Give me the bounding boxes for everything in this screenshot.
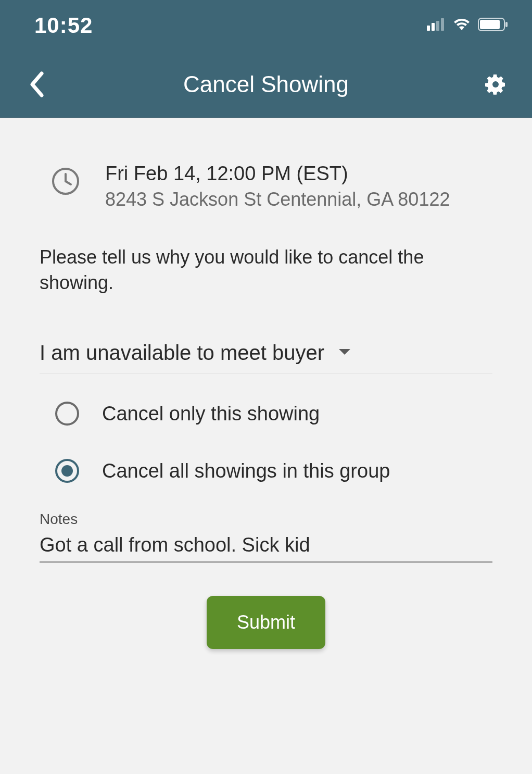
svg-rect-5 (480, 20, 500, 29)
content-area: Fri Feb 14, 12:00 PM (EST) 8243 S Jackso… (0, 118, 532, 649)
back-button[interactable] (22, 70, 51, 99)
settings-button[interactable] (481, 70, 510, 99)
submit-wrap: Submit (40, 596, 492, 649)
chevron-left-icon (29, 71, 44, 97)
notes-input[interactable] (40, 531, 492, 563)
reason-dropdown[interactable]: I am unavailable to meet buyer (40, 341, 492, 373)
nav-bar: Cancel Showing (0, 51, 532, 118)
scope-option-only-this[interactable]: Cancel only this showing (55, 396, 492, 431)
wifi-icon (453, 18, 471, 33)
showing-summary: Fri Feb 14, 12:00 PM (EST) 8243 S Jackso… (40, 161, 492, 211)
scope-option-all-group[interactable]: Cancel all showings in this group (55, 454, 492, 488)
cellular-signal-icon (427, 18, 446, 33)
clock-icon (51, 167, 80, 198)
battery-icon (478, 18, 508, 33)
caret-down-icon (338, 348, 351, 358)
notes-label: Notes (40, 511, 492, 528)
svg-point-7 (492, 81, 499, 88)
scope-option-label: Cancel only this showing (102, 403, 320, 425)
status-bar-time: 10:52 (34, 13, 93, 38)
notes-block: Notes (40, 511, 492, 563)
submit-button[interactable]: Submit (207, 596, 325, 649)
svg-rect-0 (427, 26, 430, 31)
gear-icon (484, 72, 508, 96)
svg-rect-1 (432, 23, 435, 31)
svg-rect-3 (441, 18, 444, 31)
radio-icon-selected (55, 459, 79, 483)
showing-datetime: Fri Feb 14, 12:00 PM (EST) (105, 161, 450, 186)
showing-text: Fri Feb 14, 12:00 PM (EST) 8243 S Jackso… (105, 161, 450, 211)
page-title: Cancel Showing (51, 71, 481, 97)
status-bar-indicators (427, 18, 508, 33)
cancel-prompt: Please tell us why you would like to can… (40, 245, 492, 295)
showing-address: 8243 S Jackson St Centennial, GA 80122 (105, 188, 450, 212)
radio-icon-unselected (55, 402, 79, 426)
svg-rect-2 (436, 21, 439, 31)
svg-rect-6 (505, 22, 508, 27)
scope-radio-group: Cancel only this showing Cancel all show… (40, 396, 492, 488)
reason-selected-label: I am unavailable to meet buyer (40, 341, 324, 365)
scope-option-label: Cancel all showings in this group (102, 460, 390, 482)
status-bar: 10:52 (0, 0, 532, 51)
